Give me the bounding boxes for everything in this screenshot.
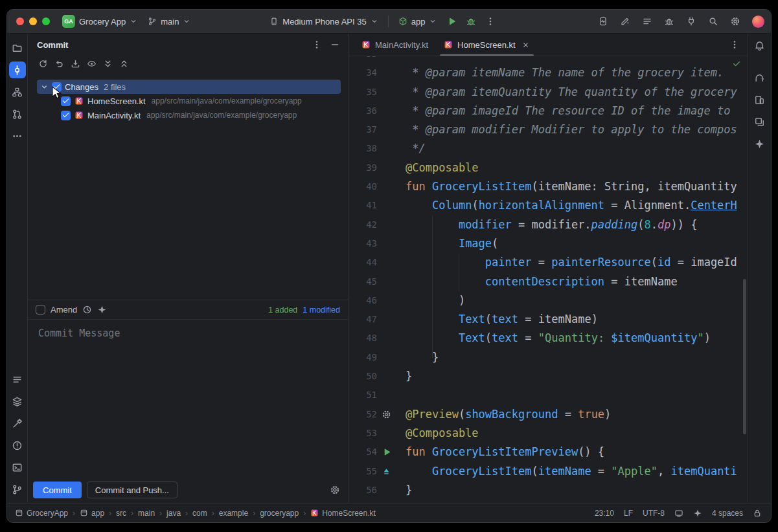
more-vertical-icon bbox=[485, 16, 496, 27]
code-area[interactable]: 33 *34 * @param itemName The name of the… bbox=[349, 56, 748, 503]
file-checkbox[interactable] bbox=[61, 111, 71, 120]
indent-setting[interactable]: 4 spaces bbox=[712, 509, 743, 518]
line-separator[interactable]: LF bbox=[624, 509, 633, 518]
problems-tool-button[interactable] bbox=[9, 437, 26, 454]
app-quality-insights-button[interactable] bbox=[660, 12, 678, 30]
collapse-all-button[interactable] bbox=[117, 56, 131, 71]
lock-icon[interactable] bbox=[753, 509, 762, 518]
breadcrumb-item[interactable]: example bbox=[219, 509, 248, 518]
project-tool-button[interactable] bbox=[9, 39, 26, 56]
tab-mainactivity[interactable]: MainActivity.kt bbox=[354, 34, 436, 56]
gutter bbox=[377, 348, 394, 367]
project-selector[interactable]: GA Grocery App bbox=[58, 12, 142, 30]
logcat-button[interactable] bbox=[638, 12, 656, 30]
editor-scrollbar[interactable] bbox=[743, 279, 746, 434]
commit-message-placeholder: Commit Message bbox=[38, 327, 120, 339]
commit-tool-button[interactable] bbox=[9, 61, 26, 78]
resource-manager-button[interactable] bbox=[751, 113, 768, 130]
reader-mode-icon[interactable] bbox=[674, 509, 683, 518]
changed-file-row[interactable]: HomeScreen.kt app/src/main/java/com/exam… bbox=[28, 94, 348, 108]
build-tool-button[interactable] bbox=[9, 415, 26, 432]
run-config-selector[interactable]: app bbox=[394, 14, 442, 29]
zoom-window-button[interactable] bbox=[42, 17, 50, 25]
breadcrumb-item[interactable]: java bbox=[166, 509, 181, 518]
gemini-tool-button[interactable] bbox=[751, 135, 768, 152]
settings-button[interactable] bbox=[726, 12, 744, 30]
gutter bbox=[377, 329, 394, 348]
up-gutter-icon[interactable] bbox=[382, 467, 391, 476]
history-clock-icon[interactable] bbox=[82, 305, 92, 315]
code-line: 51 bbox=[349, 386, 748, 405]
changes-group-row[interactable]: Changes 2 files bbox=[37, 80, 341, 94]
breadcrumb-item[interactable]: groceryapp bbox=[260, 509, 299, 518]
ai-assistant-button[interactable] bbox=[616, 12, 634, 30]
debug-bug-icon bbox=[466, 16, 476, 27]
added-count[interactable]: 1 added bbox=[268, 305, 297, 315]
preview-diff-button[interactable] bbox=[84, 56, 98, 71]
minimize-window-button[interactable] bbox=[29, 17, 37, 25]
file-checkbox[interactable] bbox=[61, 96, 71, 106]
more-tools-button[interactable] bbox=[9, 127, 26, 144]
breadcrumb-item[interactable]: HomeScreen.kt bbox=[310, 509, 376, 518]
ai-spark-icon[interactable] bbox=[693, 509, 702, 518]
breadcrumb-item[interactable]: GroceryApp bbox=[15, 509, 68, 518]
code-line: 55 GroceryListItem(itemName = "Apple", i… bbox=[349, 462, 748, 481]
panel-options-button[interactable] bbox=[309, 37, 325, 52]
breadcrumb-item[interactable]: com bbox=[192, 509, 207, 518]
todo-tool-button[interactable] bbox=[9, 371, 26, 388]
changed-file-row[interactable]: MainActivity.kt app/src/main/java/com/ex… bbox=[28, 108, 348, 122]
close-tab-icon[interactable] bbox=[521, 41, 530, 49]
tab-list-button[interactable] bbox=[727, 37, 742, 52]
rollback-button[interactable] bbox=[52, 56, 66, 71]
search-everywhere-button[interactable] bbox=[704, 12, 722, 30]
spark-icon bbox=[754, 139, 765, 150]
breadcrumb-item[interactable]: main bbox=[138, 509, 155, 518]
line-number: 35 bbox=[349, 83, 377, 102]
close-window-button[interactable] bbox=[16, 17, 24, 25]
device-selector[interactable]: Medium Phone API 35 bbox=[265, 14, 382, 29]
commit-options-button[interactable] bbox=[327, 482, 343, 498]
gradle-icon bbox=[754, 72, 765, 83]
structure-tool-button[interactable] bbox=[9, 83, 26, 100]
branch-selector[interactable]: main bbox=[143, 14, 195, 29]
chevron-down-icon bbox=[40, 83, 49, 91]
running-devices-button[interactable] bbox=[594, 12, 612, 30]
version-control-tool-button[interactable] bbox=[9, 481, 26, 498]
divider bbox=[388, 16, 389, 27]
inspection-ok-icon[interactable] bbox=[732, 59, 741, 68]
gradle-tool-button[interactable] bbox=[751, 69, 768, 86]
changes-checkbox[interactable] bbox=[52, 82, 62, 92]
more-actions-button[interactable] bbox=[481, 12, 499, 30]
pull-requests-tool-button[interactable] bbox=[9, 105, 26, 122]
shelve-button[interactable] bbox=[68, 56, 82, 71]
device-mirroring-button[interactable] bbox=[682, 12, 700, 30]
gear-gutter-icon[interactable] bbox=[382, 410, 391, 419]
build-variants-tool-button[interactable] bbox=[9, 393, 26, 410]
debug-button[interactable] bbox=[462, 12, 480, 30]
commit-message-input[interactable]: Commit Message bbox=[28, 319, 348, 477]
tab-homescreen[interactable]: HomeScreen.kt bbox=[436, 34, 538, 56]
kotlin-file-icon bbox=[444, 40, 453, 49]
commit-and-push-button[interactable]: Commit and Push... bbox=[87, 482, 177, 498]
commit-button[interactable]: Commit bbox=[33, 482, 82, 498]
expand-all-button[interactable] bbox=[100, 56, 115, 71]
refresh-changes-button[interactable] bbox=[36, 56, 50, 71]
line-number: 46 bbox=[349, 291, 377, 310]
breadcrumb-item[interactable]: src bbox=[116, 509, 126, 518]
shelve-icon bbox=[71, 59, 80, 69]
amend-checkbox[interactable] bbox=[36, 305, 45, 315]
terminal-tool-button[interactable] bbox=[9, 459, 26, 476]
changes-label: Changes bbox=[65, 82, 98, 92]
cursor-position[interactable]: 23:10 bbox=[595, 509, 614, 518]
hide-panel-button[interactable] bbox=[327, 37, 343, 52]
device-manager-button[interactable] bbox=[751, 91, 768, 108]
user-avatar[interactable] bbox=[752, 16, 764, 28]
gutter bbox=[377, 63, 394, 82]
breadcrumb-item[interactable]: app bbox=[80, 509, 104, 518]
run-gutter-icon[interactable] bbox=[382, 447, 391, 457]
modified-count[interactable]: 1 modified bbox=[303, 305, 340, 315]
run-button[interactable] bbox=[442, 12, 461, 30]
ai-spark-icon[interactable] bbox=[97, 305, 107, 315]
notifications-button[interactable] bbox=[751, 37, 768, 54]
file-encoding[interactable]: UTF-8 bbox=[643, 509, 665, 518]
